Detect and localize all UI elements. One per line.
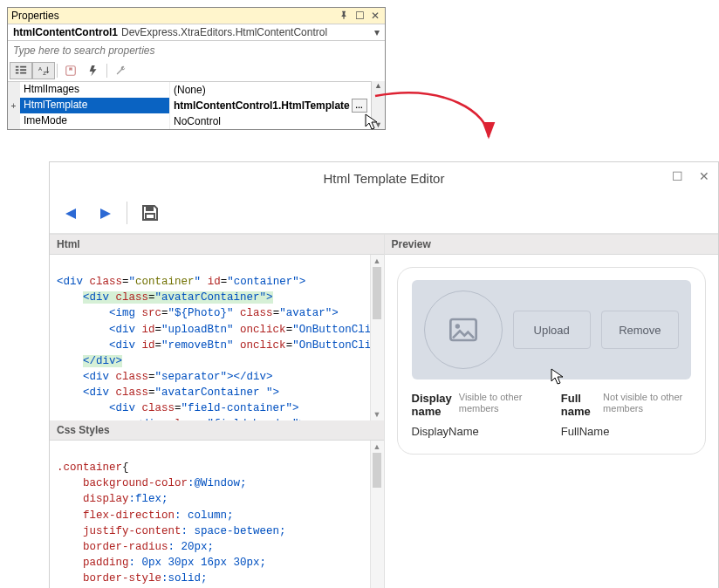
html-scrollbar[interactable]: ▲▼ [370,255,384,420]
alphabetical-icon[interactable]: AZ [32,62,55,79]
close-icon[interactable]: ✕ [699,169,709,183]
editor-toolbar [50,195,718,234]
field-display-name: Display name Visible to other members Di… [412,392,542,438]
svg-rect-0 [16,66,19,68]
properties-titlebar: Properties ☐ ✕ [8,8,385,24]
property-value[interactable]: htmlContentControl1.HtmlTemplate … [170,98,371,113]
css-pane-header: Css Styles [50,420,384,441]
svg-rect-2 [16,72,19,74]
preview-pane-header: Preview [385,235,719,255]
svg-rect-1 [16,69,19,71]
expander-icon [8,113,20,129]
expander-icon [8,82,20,98]
property-row-imemode[interactable]: ImeMode NoControl [8,113,371,129]
property-name: HtmlTemplate [20,98,170,113]
property-search-input[interactable] [8,41,385,60]
html-code-editor[interactable]: <div class="container" id="container"> <… [50,255,370,420]
svg-rect-4 [20,69,26,71]
property-row-htmltemplate[interactable]: + HtmlTemplate htmlContentControl1.HtmlT… [8,98,371,113]
field-label: Full name [561,392,596,418]
svg-text:A: A [38,65,43,72]
svg-rect-10 [146,214,154,219]
favorites-icon[interactable] [59,62,82,79]
object-selector[interactable]: htmlContentControl1 DevExpress.XtraEdito… [8,24,385,41]
html-pane-header: Html [50,235,384,255]
svg-rect-9 [146,206,154,211]
remove-button[interactable]: Remove [601,311,679,349]
object-type: DevExpress.XtraEditors.HtmlContentContro… [121,26,371,38]
preview-card: Upload Remove Display name Visible to ot… [397,267,707,455]
ellipsis-button[interactable]: … [352,99,367,113]
property-search [8,41,385,60]
svg-text:Z: Z [43,70,46,76]
field-full-name: Full name Not visible to other members F… [561,392,691,438]
image-icon [449,318,477,342]
maximize-icon[interactable]: ☐ [353,10,366,22]
field-value: FullName [561,425,691,438]
wrench-icon[interactable] [109,62,132,79]
property-name: ImeMode [20,113,170,129]
expander-icon[interactable]: + [8,98,20,113]
events-icon[interactable] [82,62,105,79]
save-button[interactable] [138,202,162,223]
object-name: htmlContentControl1 [13,26,118,38]
callout-arrow [7,130,712,161]
chevron-down-icon[interactable]: ▾ [374,26,380,38]
svg-rect-3 [20,66,26,68]
svg-rect-8 [66,66,76,76]
pin-icon[interactable] [338,10,350,22]
editor-titlebar: Html Template Editor ☐ ✕ [50,162,718,195]
html-template-editor: Html Template Editor ☐ ✕ Html <div class… [49,161,719,588]
css-code-editor[interactable]: .container{ background-color:@Window; di… [50,441,370,588]
property-name: HtmlImages [20,82,170,98]
property-value[interactable]: NoControl [170,113,371,129]
field-label: Display name [412,392,452,418]
upload-button[interactable]: Upload [513,311,591,349]
close-icon[interactable]: ✕ [369,10,381,22]
avatar-zone: Upload Remove [412,280,692,379]
field-hint: Not visible to other members [603,392,691,414]
property-grid: HtmlImages (None) + HtmlTemplate htmlCon… [8,81,371,129]
property-value[interactable]: (None) [170,82,371,98]
svg-rect-5 [20,72,26,74]
properties-panel: Properties ☐ ✕ htmlContentControl1 DevEx… [7,7,386,130]
property-row-htmlimages[interactable]: HtmlImages (None) [8,82,371,98]
categorized-icon[interactable] [10,62,32,79]
avatar-placeholder [424,291,503,369]
css-scrollbar[interactable]: ▲▼ [370,441,384,588]
editor-title: Html Template Editor [324,171,445,186]
properties-title: Properties [11,10,59,22]
field-hint: Visible to other members [459,392,542,414]
redo-button[interactable] [92,202,116,223]
maximize-icon[interactable]: ☐ [672,169,683,183]
svg-point-12 [455,324,459,328]
undo-button[interactable] [60,202,85,223]
field-value: DisplayName [412,425,542,438]
properties-toolbar: AZ [8,60,385,81]
scroll-up-icon[interactable]: ▲ [374,81,382,90]
